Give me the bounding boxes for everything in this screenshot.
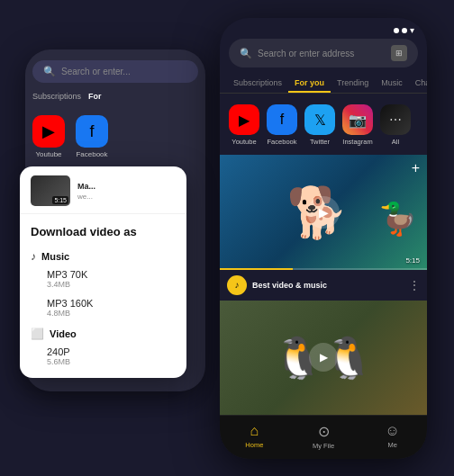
music-category: ♪ Music [20,245,186,265]
status-bar: ▾ [220,18,427,39]
app-facebook-icon: f [267,104,297,135]
240p-size: 5.6MB [47,357,176,366]
app-all-label: All [392,138,399,146]
240p-name: 240P [47,346,176,357]
main-phone: ▾ 🔍 Search or enter address ⊞ Subscripti… [220,18,427,459]
channel-name: Best video & music [252,281,404,290]
thumbnail-duration: 5:15 [52,196,68,204]
app-facebook-label: Facebook [268,138,297,146]
tab-channels[interactable]: Chan... [409,75,427,93]
download-card: 5:15 Ma... we... Download video as ♪ Mus… [20,166,186,378]
app-facebook[interactable]: f Facebook [267,104,297,146]
240p-option[interactable]: 240P 5.6MB [20,342,186,371]
status-arrow: ▾ [410,25,414,35]
status-indicators: ▾ [394,25,414,35]
channel-avatar: ♪ [227,275,247,295]
app-twitter-label: Twitter [310,138,330,146]
download-main-title: Download video as [31,225,137,238]
bg-tabs: Subscriptions For [32,92,198,101]
mp3-70k-name: MP3 70K [47,269,176,280]
bg-app-grid: ▶ Youtube f Facebook [32,112,198,162]
nav-myfile[interactable]: ⊙ My File [289,423,359,450]
video-2-play-button[interactable]: ▶ [309,343,338,372]
video-icon: ⬜ [31,328,44,340]
main-search-bar[interactable]: 🔍 Search or enter address ⊞ [229,39,418,67]
music-note-icon: ♪ [31,250,36,263]
download-header-info: Ma... we... [77,182,176,201]
tab-subscriptions[interactable]: Subscriptions [227,75,288,93]
video-progress-bar [220,268,427,270]
download-video-title: Ma... [77,182,176,191]
qr-scan-button[interactable]: ⊞ [391,45,407,61]
app-instagram-icon: 📷 [342,104,373,135]
video-more-button[interactable]: ⋮ [409,279,420,292]
me-icon: ☺ [386,423,400,439]
bg-youtube-label: Youtube [35,150,61,158]
bg-app-youtube[interactable]: ▶ Youtube [32,115,65,158]
nav-me[interactable]: ☺ Me [358,423,427,450]
main-search-icon: 🔍 [240,48,252,59]
bg-app-facebook[interactable]: f Facebook [76,115,108,158]
app-instagram-label: Instagram [342,138,372,146]
download-card-header: 5:15 Ma... we... [20,166,186,214]
music-label: Music [41,251,69,262]
app-all[interactable]: ⋯ All [380,104,411,146]
mp3-70k-option[interactable]: MP3 70K 3.4MB [20,265,186,293]
myfile-icon: ⊙ [318,423,330,440]
app-twitter-icon: 𝕏 [304,104,335,135]
app-all-icon: ⋯ [380,104,411,135]
duck-emoji: 🦆 [378,201,418,238]
search-left: 🔍 Search or enter address [240,48,354,59]
youtube-icon: ▶ [32,115,65,148]
bottom-navigation: ⌂ Home ⊙ My File ☺ Me [220,415,427,459]
app-youtube-icon: ▶ [229,104,259,135]
bg-search-bar[interactable]: 🔍 Search or enter... [32,60,198,83]
video-2: 🐧🐧 ▶ [220,301,427,416]
video-1-play-button[interactable]: ▶ [307,196,340,229]
download-thumbnail: 5:15 [31,175,70,206]
app-youtube-label: Youtube [232,138,256,146]
tab-trending[interactable]: Trending [331,75,375,93]
status-dot-2 [402,28,407,33]
mp3-160k-size: 4.8MB [47,309,176,318]
app-youtube[interactable]: ▶ Youtube [229,104,259,146]
main-nav-tabs: Subscriptions For you Trending Music Cha… [220,75,427,94]
app-instagram[interactable]: 📷 Instagram [342,104,373,146]
video-category: ⬜ Video [20,322,186,342]
video-info-row: ♪ Best video & music ⋮ [220,270,427,301]
me-label: Me [387,441,396,449]
myfile-label: My File [313,442,334,450]
download-video-sub: we... [77,193,176,201]
app-twitter[interactable]: 𝕏 Twitter [304,104,335,146]
bg-search-text: Search or enter... [61,67,131,76]
download-title-section: Download video as [20,214,186,245]
home-icon: ⌂ [250,423,259,439]
add-video-button[interactable]: + [412,160,420,176]
bg-search-icon: 🔍 [43,66,56,77]
mp3-160k-option[interactable]: MP3 160K 4.8MB [20,293,186,322]
nav-home[interactable]: ⌂ Home [220,423,289,450]
video-1-duration: 5:15 [405,256,420,265]
main-app-grid: ▶ Youtube f Facebook 𝕏 Twitter 📷 Instagr… [220,101,427,155]
mp3-160k-name: MP3 160K [47,298,176,309]
status-dot-1 [394,28,399,33]
home-label: Home [245,441,263,449]
bg-tab-foryou[interactable]: For [88,92,102,101]
video-1: 🐕 🦆 + ▶ 6.8M views 5:15 [220,155,427,270]
tab-foryou[interactable]: For you [288,75,331,93]
bg-facebook-label: Facebook [76,150,107,158]
video-progress-fill [220,268,293,270]
tab-music[interactable]: Music [375,75,409,93]
bg-tab-subscriptions[interactable]: Subscriptions [32,92,81,101]
facebook-icon: f [76,115,108,148]
main-search-text: Search or enter address [258,49,354,58]
video-label: Video [50,328,77,339]
mp3-70k-size: 3.4MB [47,280,176,289]
